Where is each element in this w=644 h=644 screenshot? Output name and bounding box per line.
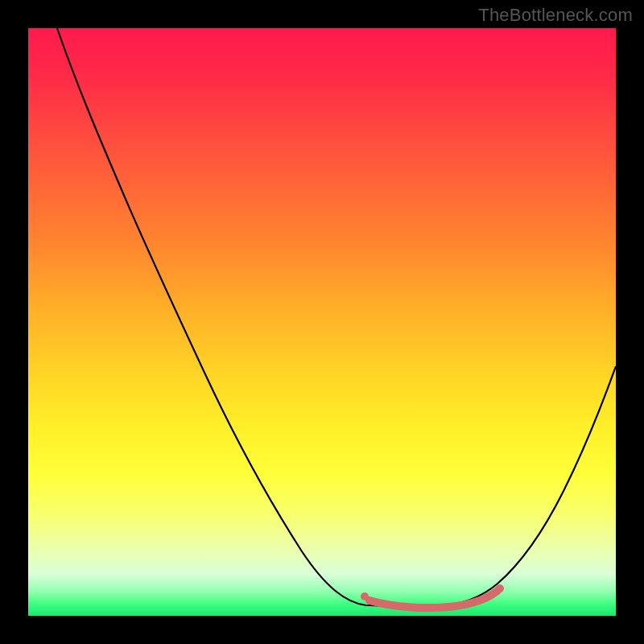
watermark-text: TheBottleneck.com: [478, 5, 633, 26]
bottleneck-curve: [57, 28, 616, 607]
chart-svg: [28, 28, 616, 616]
optimal-range: [369, 588, 500, 608]
plot-area: [28, 28, 616, 616]
chart-frame: TheBottleneck.com: [0, 0, 644, 644]
